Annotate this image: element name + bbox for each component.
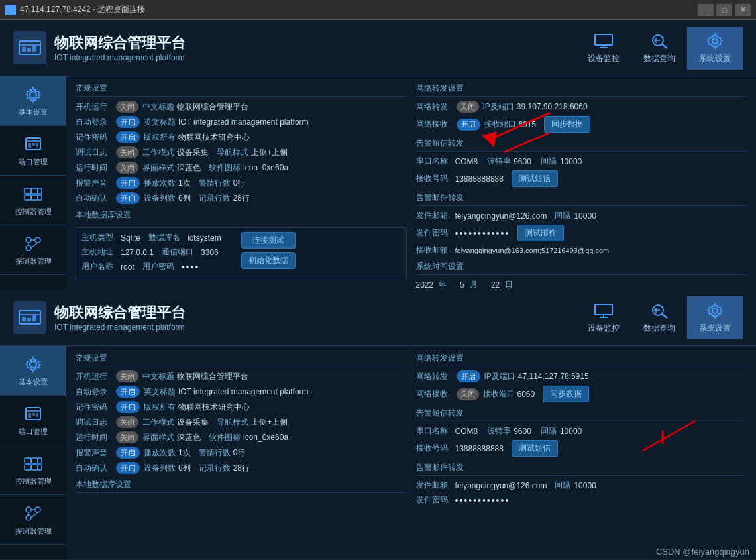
title-bar: 47.114.127.78:4242 - 远程桌面连接 — □ ✕ (0, 0, 756, 20)
toggle-remember-2[interactable]: 开启 (116, 401, 140, 413)
nav-settings-1[interactable]: 系统设置 (687, 27, 743, 70)
detector-mgmt-label-2: 探测器管理 (15, 526, 52, 536)
svg-rect-17 (28, 143, 31, 148)
row-time-1: 2022 年 5 月 22 日 (416, 279, 747, 290)
svg-rect-24 (31, 195, 38, 200)
connect-test-btn-1[interactable]: 连接测试 (241, 232, 296, 249)
nav-search-1[interactable]: 数据查询 (631, 27, 687, 70)
nav-search-label-1: 数据查询 (643, 53, 675, 64)
logo-icon-2 (13, 301, 46, 334)
db-section-1: 主机类型 Sqlite 数据库名 iotsystem 主机地址 127.0.0.… (76, 227, 407, 280)
toggle-autologin-1[interactable]: 开启 (116, 116, 140, 128)
svg-rect-51 (25, 458, 31, 463)
nav-settings-2[interactable]: 系统设置 (687, 296, 743, 339)
row-runtime-1: 运行时间 关闭 界面样式 深蓝色 软件图标 icon_0xe60a (76, 162, 407, 174)
toggle-alarm-sound-2[interactable]: 开启 (116, 447, 140, 459)
row-startup-1: 开机运行 关闭 中文标题 物联网综合管理平台 (76, 101, 407, 113)
row-email-receiver-1: 接收邮箱 feiyangqingyun@163.com;517216493@qq… (416, 245, 747, 256)
row-net-forward-2: 网络转发 开启 IP及端口 47.114.127.78:6915 (416, 370, 747, 382)
app-instance-1: 物联网综合管理平台 IOT integrated management plat… (0, 20, 756, 290)
toggle-net-receive-2[interactable]: 关闭 (457, 388, 479, 400)
network-settings-title-1: 网络转发设置 (416, 83, 747, 97)
row-net-forward-1: 网络转发 关闭 IP及端口 39.107.90.218:6060 (416, 101, 747, 113)
basic-settings-icon-2 (21, 355, 45, 374)
settings-panel-1: 常规设置 开机运行 关闭 中文标题 物联网综合管理平台 自动登录 开启 英文标题… (66, 76, 756, 290)
row-email-sender-2: 发件邮箱 feiyangqingyun@126.com 间隔 10000 (416, 480, 747, 491)
nav-search-2[interactable]: 数据查询 (631, 296, 687, 339)
sidebar-controller-mgmt-1[interactable]: 控制器管理 (0, 176, 66, 225)
sidebar-detector-mgmt-1[interactable]: 探测器管理 (0, 225, 66, 275)
title-bar-app-icon (5, 5, 16, 15)
toggle-net-receive-1[interactable]: 开启 (457, 119, 480, 131)
nav-monitor-2[interactable]: 设备监控 (576, 296, 631, 339)
maximize-button[interactable]: □ (716, 4, 732, 16)
nav-search-label-2: 数据查询 (643, 323, 675, 334)
test-sms-btn-1[interactable]: 测试短信 (512, 170, 558, 187)
settings-icon-1 (704, 32, 726, 50)
sidebar-port-mgmt-2[interactable]: 端口管理 (0, 396, 66, 445)
row-runtime-2: 运行时间 关闭 界面样式 深蓝色 软件图标 icon_0xe60a (76, 431, 407, 443)
row-net-receive-1: 网络接收 开启 接收端口 6915 同步数据 (416, 116, 747, 133)
minimize-button[interactable]: — (698, 4, 714, 16)
sidebar-controller-mgmt-2[interactable]: 控制器管理 (0, 445, 66, 495)
svg-rect-53 (38, 458, 42, 463)
header-logo-2: 物联网综合管理平台 IOT integrated management plat… (13, 301, 576, 334)
sync-data-btn-2[interactable]: 同步数据 (543, 386, 589, 402)
toggle-runtime-1[interactable]: 关闭 (116, 162, 138, 174)
sidebar-port-mgmt-1[interactable]: 端口管理 (0, 126, 66, 176)
toggle-debug-2[interactable]: 关闭 (116, 416, 138, 428)
basic-settings-label-1: 基本设置 (19, 107, 48, 117)
test-email-btn-1[interactable]: 测试邮件 (517, 225, 564, 241)
sidebar-detector-mgmt-2[interactable]: 探测器管理 (0, 495, 66, 545)
toggle-autoconfirm-1[interactable]: 开启 (116, 192, 140, 204)
row-debug-1: 调试日志 关闭 工作模式 设备采集 导航样式 上侧+上侧 (76, 146, 407, 158)
detector-mgmt-icon-1 (21, 234, 45, 254)
settings-right-2: 网络转发设置 网络转发 开启 IP及端口 47.114.127.78:6915 … (416, 353, 747, 553)
svg-rect-23 (25, 195, 31, 200)
toggle-runtime-2[interactable]: 关闭 (116, 431, 138, 443)
logo-icon-1 (13, 31, 46, 64)
nav-monitor-label-1: 设备监控 (588, 53, 620, 64)
detector-mgmt-label-1: 探测器管理 (15, 256, 52, 266)
basic-settings-icon-1 (21, 85, 45, 105)
header-nav-1: 设备监控 数据查询 系统设置 (576, 27, 743, 70)
header-nav-2: 设备监控 数据查询 系统设置 (576, 296, 743, 339)
svg-point-14 (30, 91, 36, 98)
svg-rect-34 (22, 317, 26, 321)
email-settings-title-2: 告警邮件转发 (416, 462, 747, 476)
sidebar-basic-settings-1[interactable]: 基本设置 (0, 76, 66, 126)
row-email-sender-1: 发件邮箱 feiyangqingyun@126.com 间隔 10000 (416, 210, 747, 221)
toggle-net-forward-2[interactable]: 开启 (457, 370, 480, 382)
time-settings-title-1: 系统时间设置 (416, 261, 747, 275)
detector-mgmt-icon-2 (21, 504, 45, 524)
sms-settings-title-1: 告警短信转发 (416, 138, 747, 152)
toggle-autologin-2[interactable]: 开启 (116, 386, 140, 398)
settings-left-1: 常规设置 开机运行 关闭 中文标题 物联网综合管理平台 自动登录 开启 英文标题… (76, 83, 407, 283)
row-email-pass-2: 发件密码 •••••••••••• (416, 494, 747, 506)
search-icon-1 (649, 32, 670, 50)
nav-monitor-1[interactable]: 设备监控 (576, 27, 631, 70)
sync-data-btn-1[interactable]: 同步数据 (544, 116, 590, 133)
svg-rect-6 (595, 34, 612, 45)
init-data-btn-1[interactable]: 初始化数据 (241, 252, 296, 269)
search-icon-2 (649, 302, 670, 320)
svg-rect-3 (22, 47, 26, 52)
row-debug-2: 调试日志 关闭 工作模式 设备采集 导航样式 上侧+上侧 (76, 416, 407, 428)
svg-rect-4 (27, 48, 31, 52)
svg-point-28 (26, 245, 31, 251)
svg-line-31 (31, 243, 38, 248)
toggle-debug-1[interactable]: 关闭 (116, 146, 138, 158)
general-settings-title-1: 常规设置 (76, 83, 407, 97)
sms-settings-title-2: 告警短信转发 (416, 408, 747, 421)
close-button[interactable]: ✕ (735, 4, 751, 16)
row-sms-port-1: 串口名称 COM8 波特率 9600 间隔 10000 (416, 156, 747, 167)
sidebar-basic-settings-2[interactable]: 基本设置 (0, 346, 66, 396)
toggle-startup-1[interactable]: 关闭 (116, 101, 138, 113)
toggle-net-forward-1[interactable]: 关闭 (457, 101, 479, 113)
toggle-autoconfirm-2[interactable]: 开启 (116, 462, 140, 474)
test-sms-btn-2[interactable]: 测试短信 (512, 440, 558, 457)
svg-point-27 (35, 237, 40, 243)
toggle-startup-2[interactable]: 关闭 (116, 370, 138, 382)
toggle-alarm-sound-1[interactable]: 开启 (116, 177, 140, 189)
toggle-remember-1[interactable]: 开启 (116, 131, 140, 143)
